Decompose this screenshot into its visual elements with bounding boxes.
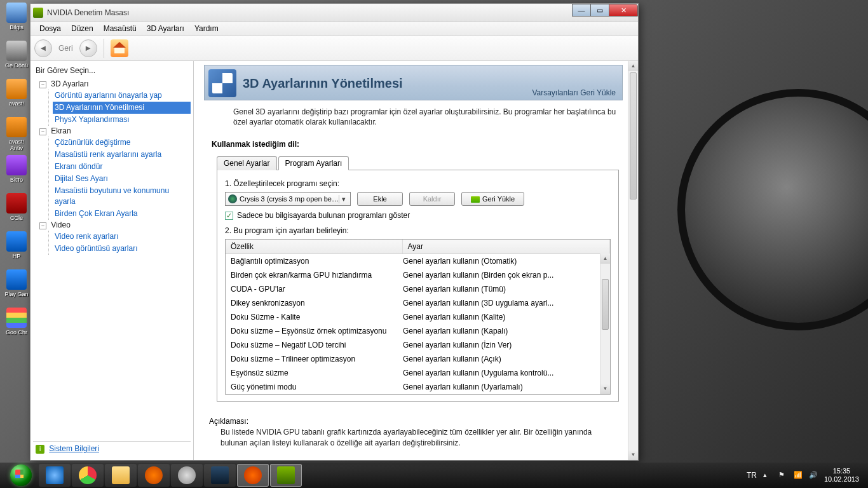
tree-link-image-preset[interactable]: Görüntü ayarlarını önayarla yap xyxy=(53,90,191,102)
sidebar-title: Bir Görev Seçin... xyxy=(33,65,191,79)
tree-toggle-3d[interactable]: − xyxy=(39,81,46,88)
taskbar-ie[interactable] xyxy=(39,464,71,487)
taskbar-hp[interactable] xyxy=(171,464,203,487)
feature-cell: Eşyönsüz süzme xyxy=(226,366,398,380)
table-scrollbar[interactable]: ▲ ▼ xyxy=(600,254,610,394)
chevron-down-icon: ▾ xyxy=(339,195,348,203)
settings-table-wrap: Özellik Ayar Bağlantılı optimizasyonGene… xyxy=(225,239,611,395)
maximize-button[interactable]: ▭ xyxy=(590,4,609,17)
scroll-thumb[interactable] xyxy=(630,72,637,200)
feature-cell: Doku süzme – Eşyönsüz örnek optimizasyon… xyxy=(226,324,398,338)
menu-desktop[interactable]: Masaüstü xyxy=(98,23,142,34)
tree-link-resolution[interactable]: Çözünürlük değiştirme xyxy=(53,137,191,149)
tab-program[interactable]: Program Ayarları xyxy=(278,156,349,170)
desktop-icon-play[interactable]: Play Gan xyxy=(4,269,29,304)
back-button[interactable]: ◄ xyxy=(34,39,52,57)
desktop-icon-computer[interactable]: Bilgis xyxy=(4,3,29,37)
desktop-icon-ccleaner[interactable]: CCle xyxy=(4,193,29,227)
tree-link-manage-3d[interactable]: 3D Ayarlarının Yönetilmesi xyxy=(53,102,191,114)
content-area: 3D Ayarlarının Yönetilmesi Varsayılanlar… xyxy=(194,61,638,460)
program-select[interactable]: Crysis 3 (crysis 3 mp open beta... ▾ xyxy=(225,192,351,206)
add-button[interactable]: Ekle xyxy=(357,192,403,206)
remove-button[interactable]: Kaldır xyxy=(409,192,455,206)
table-row[interactable]: Birden çok ekran/karma GPU hızlandırmaGe… xyxy=(226,268,600,282)
start-button[interactable] xyxy=(4,463,38,488)
step1-label: 1. Özelleştirilecek programı seçin: xyxy=(225,179,611,188)
time: 15:35 xyxy=(824,467,859,475)
tree-link-rotate[interactable]: Ekranı döndür xyxy=(53,161,191,173)
tree-link-video-color[interactable]: Video renk ayarları xyxy=(53,231,191,243)
table-row[interactable]: Doku süzme – Eşyönsüz örnek optimizasyon… xyxy=(226,324,600,338)
table-row[interactable]: Eşyönsüz süzmeGenel ayarları kullanın (U… xyxy=(226,366,600,380)
network-icon[interactable]: 📶 xyxy=(794,471,803,480)
setting-cell: Genel ayarları kullanın (3D uygulama aya… xyxy=(398,296,600,310)
scroll-thumb[interactable] xyxy=(602,279,609,330)
wallpaper-sunglasses xyxy=(677,89,868,330)
scroll-down-icon[interactable]: ▼ xyxy=(600,384,610,394)
only-installed-checkbox[interactable]: ✓ xyxy=(225,212,233,220)
minimize-button[interactable]: — xyxy=(572,4,591,17)
desktop-icon-avast-b[interactable]: avast! Antiv xyxy=(4,117,29,151)
setting-cell: Genel ayarları kullanın (Birden çok ekra… xyxy=(398,268,600,282)
tree-link-desktop-color[interactable]: Masaüstü renk ayarlarını ayarla xyxy=(53,149,191,161)
tree-link-video-image[interactable]: Video görüntüsü ayarları xyxy=(53,243,191,255)
system-info-link[interactable]: Sistem Bilgileri xyxy=(49,444,99,453)
table-row[interactable]: Doku Süzme - KaliteGenel ayarları kullan… xyxy=(226,310,600,324)
info-icon: i xyxy=(36,445,44,454)
close-button[interactable]: ✕ xyxy=(609,4,638,17)
menu-help[interactable]: Yardım xyxy=(189,23,224,34)
setting-cell: Genel ayarları kullanın (Kalite) xyxy=(398,310,600,324)
tree-link-digital-audio[interactable]: Dijital Ses Ayarı xyxy=(53,173,191,185)
feature-cell: Dikey senkronizasyon xyxy=(226,296,398,310)
scroll-up-icon[interactable]: ▲ xyxy=(628,61,638,71)
home-button[interactable] xyxy=(111,39,128,57)
flag-icon[interactable]: ⚑ xyxy=(778,471,787,480)
taskbar-steam[interactable] xyxy=(204,464,236,487)
setting-cell: Genel ayarları kullanın (Uygulama kontro… xyxy=(398,366,600,380)
content-scrollbar[interactable]: ▲ ▼ xyxy=(628,61,638,460)
menu-file[interactable]: Dosya xyxy=(34,23,66,34)
forward-button[interactable]: ► xyxy=(79,39,97,57)
volume-icon[interactable]: 🔊 xyxy=(809,471,818,480)
tree-toggle-video[interactable]: − xyxy=(39,222,46,229)
taskbar-explorer[interactable] xyxy=(105,464,137,487)
col-setting[interactable]: Ayar xyxy=(402,240,609,254)
clock[interactable]: 15:35 10.02.2013 xyxy=(824,467,859,484)
desktop-icon-avast-a[interactable]: avast! xyxy=(4,79,29,113)
table-row[interactable]: Bağlantılı optimizasyonGenel ayarları ku… xyxy=(226,254,600,268)
table-row[interactable]: CUDA - GPU'larGenel ayarları kullanın (T… xyxy=(226,282,600,296)
taskbar-nvidia[interactable] xyxy=(270,464,302,487)
nvidia-control-panel-window: NVIDIA Denetim Masası — ▭ ✕ Dosya Düzen … xyxy=(30,3,639,461)
tree-link-multi-display[interactable]: Birden Çok Ekran Ayarla xyxy=(53,208,191,220)
back-label: Geri xyxy=(58,44,73,53)
language-indicator[interactable]: TR xyxy=(747,471,757,480)
col-feature[interactable]: Özellik xyxy=(226,240,402,254)
menu-edit[interactable]: Düzen xyxy=(66,23,98,34)
program-tabpanel: 1. Özelleştirilecek programı seçin: Crys… xyxy=(217,170,619,402)
desktop-icon-bittorrent[interactable]: BitTo xyxy=(4,155,29,189)
tray-up-icon[interactable]: ▴ xyxy=(763,471,772,480)
tab-global[interactable]: Genel Ayarlar xyxy=(217,156,277,170)
taskbar-chrome[interactable] xyxy=(72,464,104,487)
desktop-icon-recycle[interactable]: Ge Dönü xyxy=(4,41,29,75)
table-row[interactable]: Doku süzme – Negatif LOD tercihiGenel ay… xyxy=(226,338,600,352)
menu-3d[interactable]: 3D Ayarları xyxy=(142,23,189,34)
scroll-up-icon[interactable]: ▲ xyxy=(600,254,610,264)
taskbar-wmp[interactable] xyxy=(138,464,170,487)
restore-defaults-link[interactable]: Varsayılanları Geri Yükle xyxy=(532,88,616,97)
taskbar-origin[interactable] xyxy=(237,464,269,487)
desktop-icon-hp[interactable]: HP xyxy=(4,231,29,266)
feature-cell: Güç yönetimi modu xyxy=(226,380,398,394)
table-row[interactable]: Güç yönetimi moduGenel ayarları kullanın… xyxy=(226,380,600,394)
titlebar[interactable]: NVIDIA Denetim Masası — ▭ ✕ xyxy=(31,4,638,22)
tree-toggle-display[interactable]: − xyxy=(39,128,46,135)
tree-link-size-position[interactable]: Masaüstü boyutunu ve konumunu ayarla xyxy=(53,185,191,208)
table-row[interactable]: Dikey senkronizasyonGenel ayarları kulla… xyxy=(226,296,600,310)
scroll-down-icon[interactable]: ▼ xyxy=(628,450,638,460)
tree-link-physx[interactable]: PhysX Yapılandırması xyxy=(53,114,191,126)
desktop-icon-chrome[interactable]: Goo Chr xyxy=(4,308,29,342)
desktop-icons: Bilgis Ge Dönü avast! avast! Antiv BitTo… xyxy=(4,3,29,346)
explanation: Açıklaması: Bu listede NVIDIA GPU tabanl… xyxy=(209,417,618,447)
table-row[interactable]: Doku süzme – Trilineer optimizasyonGenel… xyxy=(226,352,600,366)
restore-button[interactable]: Geri Yükle xyxy=(461,192,524,206)
